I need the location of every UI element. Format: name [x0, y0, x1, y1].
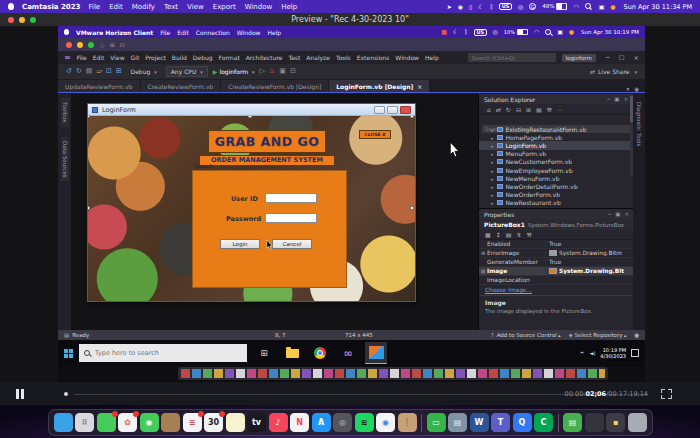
bluetooth-icon[interactable]: ᛒ	[490, 4, 494, 10]
dock-spotify-icon[interactable]: ≋	[355, 413, 374, 432]
tray-expand-icon[interactable]: ^	[580, 350, 585, 357]
expand-arrow-icon[interactable]	[491, 158, 494, 165]
solution-item[interactable]: MenuForm.vb	[479, 150, 633, 158]
dock-notes-icon[interactable]	[226, 413, 245, 432]
dock-chrome-icon[interactable]: ◉	[376, 413, 395, 432]
dock-messages-icon[interactable]	[97, 413, 116, 432]
dock-archive-icon[interactable]: ┊	[398, 413, 417, 432]
expand-arrow-icon[interactable]	[491, 175, 494, 182]
record-status-icon[interactable]: ◉	[458, 4, 463, 10]
expand-arrow-icon[interactable]	[491, 199, 494, 206]
alphabetical-icon[interactable]: ↕	[496, 231, 501, 238]
dock-music-icon[interactable]: ♪	[269, 413, 288, 432]
file-explorer-button[interactable]	[281, 342, 303, 364]
add-to-source-control-button[interactable]: Add to Source Control	[490, 332, 560, 338]
property-value[interactable]: System.Drawing.Bit	[545, 268, 634, 274]
minimize-panel-icon[interactable]: ─	[607, 96, 610, 102]
pause-button[interactable]	[16, 389, 24, 399]
se-collapse-all-icon[interactable]: ⊟	[516, 106, 521, 113]
app-menu-title[interactable]: Camtasia 2023	[22, 3, 80, 11]
dock-vmware-horizon-icon[interactable]: ▭	[427, 413, 446, 432]
solution-item[interactable]: HomePageForm.vb	[479, 133, 633, 141]
menubar-clock[interactable]: Sun Apr 30 11:34 PM	[624, 3, 692, 11]
display-mirroring-icon[interactable]: ▣	[599, 4, 605, 10]
dock-word-icon[interactable]: W	[470, 413, 489, 432]
se-switch-views-icon[interactable]: ⇄	[496, 106, 501, 113]
solution-item[interactable]: ExistingRestaurantForm.vb	[479, 125, 633, 133]
task-view-button[interactable]: ⊞	[253, 342, 275, 364]
property-value[interactable]: True	[545, 259, 634, 265]
notifications-icon[interactable]: ◉	[634, 332, 639, 338]
mic-in-use-indicator[interactable]: ●	[610, 4, 615, 10]
expand-arrow-icon[interactable]	[491, 150, 494, 157]
events-view-icon[interactable]: ↯	[516, 231, 521, 238]
dock-calendar-icon[interactable]: 30	[204, 413, 223, 432]
pin-panel-icon[interactable]: ▣	[614, 96, 619, 102]
playhead-handle[interactable]	[64, 392, 68, 396]
start-button[interactable]	[64, 349, 73, 358]
visual-studio-button[interactable]: ∞	[337, 342, 359, 364]
solution-item[interactable]: NewRestaurant.vb	[479, 199, 633, 207]
object-selector-dropdown[interactable]: PictureBox1 System.Windows.Forms.Picture…	[479, 219, 634, 230]
apple-logo-icon[interactable]	[8, 3, 14, 10]
solution-item[interactable]: LoginForm.vb	[479, 141, 633, 149]
expand-icon[interactable]: ⊞	[479, 268, 487, 274]
taskbar-search[interactable]	[79, 344, 247, 362]
menu-item[interactable]: Edit	[109, 3, 123, 11]
categorized-icon[interactable]: ▦	[485, 231, 491, 238]
menu-item[interactable]: View	[187, 3, 204, 11]
action-center-icon[interactable]	[631, 349, 639, 357]
wifi-icon[interactable]: ◠	[573, 4, 578, 10]
input-source-badge[interactable]: US	[499, 3, 512, 10]
dock-quicktime-icon[interactable]: Q	[513, 413, 532, 432]
properties-view-icon[interactable]: ▤	[506, 231, 512, 238]
menu-item[interactable]: Export	[213, 3, 236, 11]
expand-arrow-icon[interactable]	[491, 134, 494, 141]
screen-record-icon[interactable]: ◎	[518, 4, 523, 10]
solution-explorer-header[interactable]: Solution Explorer ─▣×	[479, 94, 633, 104]
minimize-panel-icon[interactable]: ─	[608, 211, 611, 217]
location-icon[interactable]: ➤	[447, 4, 452, 10]
dock-separator[interactable]	[421, 414, 422, 432]
dock-photos-icon[interactable]: ✿	[118, 413, 137, 432]
dock-project-file-icon[interactable]: ▤	[563, 413, 582, 432]
close-panel-icon[interactable]: ×	[623, 96, 628, 102]
property-value[interactable]: True	[545, 241, 634, 247]
property-pages-icon[interactable]: ⚒	[526, 231, 531, 238]
dock-appstore-icon[interactable]: A	[312, 413, 331, 432]
dock-facetime-icon[interactable]: ◉	[140, 413, 159, 432]
keyboard-window-icon[interactable]: ▯	[469, 4, 472, 10]
expand-arrow-icon[interactable]	[491, 126, 494, 133]
solution-item[interactable]: NewCustomerForm.vb	[479, 158, 633, 166]
dock-screen-sharing-icon[interactable]: ▤	[448, 413, 467, 432]
dock-minimized-window-icon[interactable]	[585, 413, 604, 432]
dock-news-icon[interactable]: N	[290, 413, 309, 432]
fullscreen-button[interactable]	[661, 389, 672, 399]
select-repository-button[interactable]: Select Repository	[569, 332, 627, 338]
property-row[interactable]: ⊞ImageSystem.Drawing.Bit	[479, 267, 634, 276]
taskbar-clock[interactable]: 10:19 PM 4/30/2023	[600, 347, 626, 359]
property-row[interactable]: GenerateMemberTrue	[479, 258, 634, 267]
expand-arrow-icon[interactable]	[491, 183, 494, 190]
dock-reminders-icon[interactable]: ≡	[183, 413, 202, 432]
property-value[interactable]: System.Drawing.Bitm	[545, 250, 634, 256]
property-row[interactable]: ImageLocation	[479, 276, 634, 285]
choose-image-link[interactable]: Choose Image...	[479, 285, 634, 295]
close-panel-icon[interactable]: ×	[624, 211, 629, 217]
focus-mode-icon[interactable]: ☾	[478, 4, 483, 10]
grammarly-icon[interactable]: G	[529, 3, 536, 10]
properties-header[interactable]: Properties ─▣×	[479, 209, 634, 219]
dock-minimized-note-icon[interactable]: ▪	[606, 413, 625, 432]
solution-item[interactable]: NewMenuForm.vb	[479, 174, 633, 182]
menu-item[interactable]: Window	[245, 3, 273, 11]
solution-item[interactable]: NewOrderForm.vb	[479, 191, 633, 199]
property-row[interactable]: EnabledTrue	[479, 240, 634, 249]
dock-launchpad-icon[interactable]: ⠿	[75, 413, 94, 432]
expand-arrow-icon[interactable]	[491, 191, 494, 198]
expand-icon[interactable]: ⊞	[479, 250, 487, 256]
active-app-button[interactable]	[365, 342, 387, 364]
dock-folder-icon[interactable]	[161, 413, 180, 432]
menu-item[interactable]: Help	[281, 3, 297, 11]
se-sync-icon[interactable]: ↻	[506, 106, 511, 113]
dock-separator[interactable]	[558, 414, 559, 432]
